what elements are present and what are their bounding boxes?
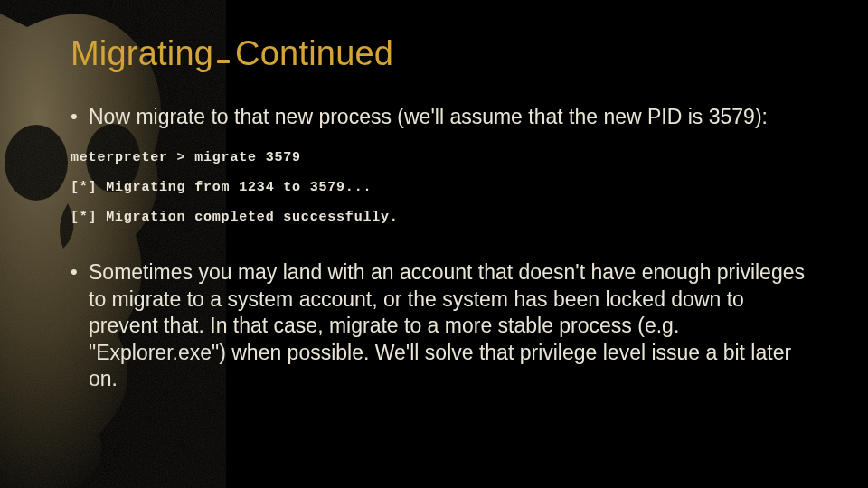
title-part-2: Continued (235, 34, 393, 72)
bullet-list: Sometimes you may land with an account t… (71, 259, 810, 392)
slide-content: MigratingContinued Now migrate to that n… (0, 0, 868, 393)
slide: MigratingContinued Now migrate to that n… (0, 0, 868, 488)
code-block: meterpreter > migrate 3579 [*] Migrating… (71, 143, 810, 232)
title-dash-icon (217, 60, 230, 63)
slide-title: MigratingContinued (71, 34, 810, 73)
code-line: meterpreter > migrate 3579 (71, 150, 301, 165)
bullet-item: Now migrate to that new process (we'll a… (71, 104, 810, 130)
title-part-1: Migrating (71, 34, 213, 72)
bullet-list: Now migrate to that new process (we'll a… (71, 104, 810, 130)
bullet-item: Sometimes you may land with an account t… (71, 259, 810, 392)
code-line: [*] Migrating from 1234 to 3579... (71, 180, 372, 195)
code-line: [*] Migration completed successfully. (71, 210, 399, 225)
